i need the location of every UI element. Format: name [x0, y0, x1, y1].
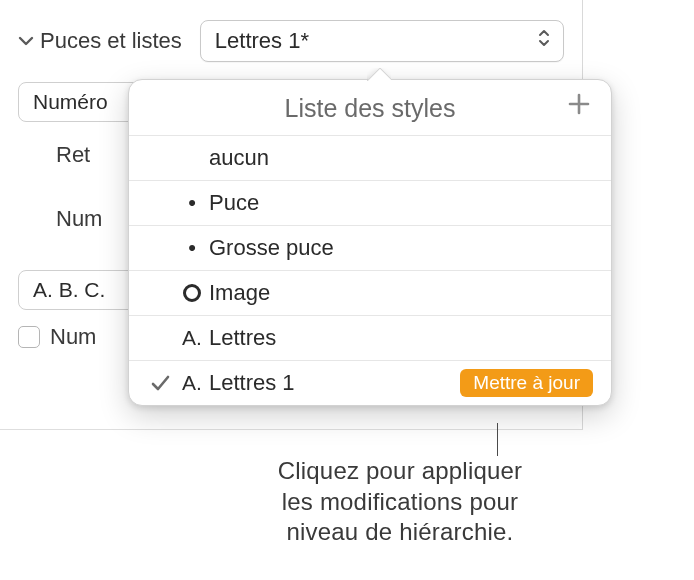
callout-text: Cliquez pour appliquer les modifications… [180, 456, 620, 548]
popover-title: Liste des styles [285, 94, 456, 123]
bullet-preview: A. [175, 371, 209, 395]
style-item-big-bullet[interactable]: • Grosse puce [129, 225, 611, 270]
style-item-letters[interactable]: A. Lettres [129, 315, 611, 360]
ring-icon [183, 284, 201, 302]
style-item-none[interactable]: aucun [129, 135, 611, 180]
style-item-letters-1[interactable]: A. Lettres 1 Mettre à jour [129, 360, 611, 405]
style-item-bullet[interactable]: • Puce [129, 180, 611, 225]
callout-line1: Cliquez pour appliquer [278, 457, 523, 484]
number-format-value: A. B. C. [33, 278, 105, 302]
callout-leader-line [497, 423, 498, 456]
style-label: Lettres 1 [209, 370, 460, 396]
list-style-value: Lettres 1* [215, 28, 309, 54]
style-label: Lettres [209, 325, 593, 351]
chevron-down-icon [18, 35, 34, 47]
bullet-preview: • [175, 190, 209, 216]
bullets-lists-header[interactable]: Puces et listes [18, 28, 182, 54]
add-style-button[interactable] [565, 90, 593, 122]
checkmark-icon [145, 373, 175, 393]
style-item-image[interactable]: Image [129, 270, 611, 315]
bullet-preview: • [175, 235, 209, 261]
number-type-value: Numéro [33, 90, 108, 114]
style-label: Image [209, 280, 593, 306]
list-styles-popover: Liste des styles aucun • Puce • Grosse p… [128, 79, 612, 406]
style-list: aucun • Puce • Grosse puce Image A. Lett… [129, 135, 611, 405]
section-title: Puces et listes [40, 28, 182, 54]
style-label: Grosse puce [209, 235, 593, 261]
list-style-dropdown[interactable]: Lettres 1* [200, 20, 564, 62]
tiered-numbers-checkbox[interactable] [18, 326, 40, 348]
callout-line2: les modifications pour [282, 488, 519, 515]
bullet-preview: A. [175, 326, 209, 350]
bullet-preview [175, 284, 209, 302]
checkbox-label: Num [50, 324, 96, 350]
update-style-button[interactable]: Mettre à jour [460, 369, 593, 397]
callout-line3: niveau de hiérarchie. [286, 518, 513, 545]
popup-arrows-icon [537, 28, 551, 54]
style-label: aucun [209, 145, 593, 171]
style-label: Puce [209, 190, 593, 216]
